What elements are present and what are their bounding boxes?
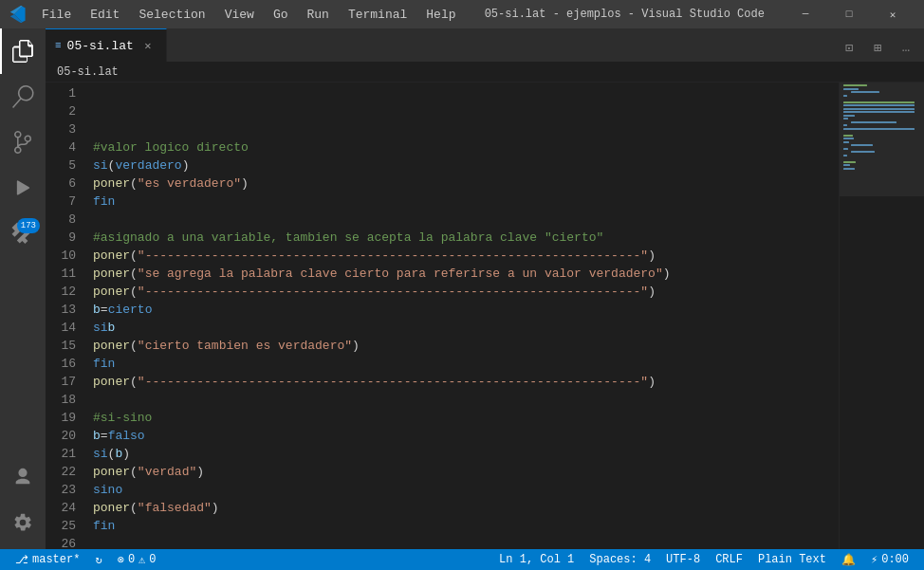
spaces-status[interactable]: Spaces: 4 xyxy=(582,549,658,570)
activity-bar: 173 xyxy=(0,28,46,549)
code-line: poner("falsedad") xyxy=(93,499,839,517)
menu-run[interactable]: Run xyxy=(297,0,338,28)
menu-file[interactable]: File xyxy=(32,0,81,28)
code-line: fin xyxy=(93,517,839,535)
line-number: 21 xyxy=(46,445,83,463)
editor-area: ≡ 05-si.lat ✕ ⊡ ⊞ … 05-si.lat 1234567891… xyxy=(46,28,924,549)
menu-view[interactable]: View xyxy=(215,0,264,28)
vscode-logo xyxy=(9,6,27,23)
minimap-line xyxy=(843,128,920,132)
remote-status[interactable]: ⚡ 0:00 xyxy=(863,549,916,570)
accounts-activity-icon[interactable] xyxy=(0,454,46,500)
warnings-icon: ⚠ xyxy=(139,553,145,567)
spaces-text: Spaces: 4 xyxy=(589,553,651,566)
code-line: poner("---------------------------------… xyxy=(93,373,839,391)
breadcrumb-file[interactable]: 05-si.lat xyxy=(57,65,119,79)
line-number: 9 xyxy=(46,229,83,247)
line-number: 11 xyxy=(46,265,83,283)
notifications-status[interactable]: 🔔 xyxy=(834,549,863,570)
code-line: poner("verdad") xyxy=(93,463,839,481)
line-number: 1 xyxy=(46,84,83,102)
extensions-activity-icon[interactable]: 173 xyxy=(0,211,46,256)
code-line: si b xyxy=(93,319,839,337)
layout-button[interactable]: ⊞ xyxy=(863,33,892,62)
split-editor-button[interactable]: ⊡ xyxy=(835,33,863,62)
errors-status[interactable]: ⊗ 0 ⚠ 0 xyxy=(110,549,164,570)
run-activity-icon[interactable] xyxy=(0,165,46,211)
code-line xyxy=(93,391,839,409)
language-text: Plain Text xyxy=(758,553,826,566)
minimap-line xyxy=(843,104,920,108)
code-line: si(verdadero) xyxy=(93,156,839,175)
tab-bar: ≡ 05-si.lat ✕ ⊡ ⊞ … xyxy=(46,28,924,62)
sync-icon: ↻ xyxy=(95,553,102,567)
line-numbers: 1234567891011121314151617181920212223242… xyxy=(46,83,93,549)
window-title: 05-si.lat - ejemplos - Visual Studio Cod… xyxy=(466,8,784,21)
code-content[interactable]: #valor logico directosi(verdadero) poner… xyxy=(93,83,839,549)
tab-close-button[interactable]: ✕ xyxy=(139,37,157,54)
code-line: poner("se agrega la palabra clave cierto… xyxy=(93,265,839,283)
code-editor[interactable]: 1234567891011121314151617181920212223242… xyxy=(46,83,924,549)
line-ending-status[interactable]: CRLF xyxy=(708,549,750,570)
settings-activity-icon[interactable] xyxy=(0,500,46,545)
line-number: 10 xyxy=(46,247,83,265)
tab-label: 05-si.lat xyxy=(67,39,134,53)
encoding-text: UTF-8 xyxy=(666,553,700,566)
line-number: 13 xyxy=(46,301,83,319)
search-activity-icon[interactable] xyxy=(0,74,46,120)
position-status[interactable]: Ln 1, Col 1 xyxy=(491,549,582,570)
line-number: 25 xyxy=(46,517,83,535)
code-line: poner("---------------------------------… xyxy=(93,247,839,265)
line-number: 3 xyxy=(46,120,83,138)
errors-icon: ⊗ xyxy=(118,553,124,567)
line-number: 14 xyxy=(46,319,83,337)
code-line xyxy=(93,535,839,549)
line-ending-text: CRLF xyxy=(715,553,743,566)
code-line: poner("cierto tambien es verdadero") xyxy=(93,337,839,355)
code-line: #asignado a una variable, tambien se ace… xyxy=(93,229,839,247)
line-number: 19 xyxy=(46,409,83,427)
menu-terminal[interactable]: Terminal xyxy=(339,0,416,28)
minimap-content xyxy=(840,83,924,173)
menu-edit[interactable]: Edit xyxy=(81,0,129,28)
explorer-activity-icon[interactable] xyxy=(0,28,46,74)
line-number: 24 xyxy=(46,499,83,517)
branch-status[interactable]: ⎇ master* xyxy=(8,549,87,570)
source-control-activity-icon[interactable] xyxy=(0,120,46,165)
line-number: 23 xyxy=(46,481,83,499)
remote-time: 0:00 xyxy=(881,553,909,566)
sync-status[interactable]: ↻ xyxy=(87,549,109,570)
line-number: 7 xyxy=(46,193,83,211)
code-line: fin xyxy=(93,355,839,373)
branch-name: master* xyxy=(32,553,80,566)
minimap[interactable] xyxy=(839,83,924,549)
menu-selection[interactable]: Selection xyxy=(129,0,214,28)
menu-bar: File Edit Selection View Go Run Terminal… xyxy=(9,0,466,28)
title-bar: File Edit Selection View Go Run Terminal… xyxy=(0,0,924,28)
close-button[interactable]: ✕ xyxy=(871,0,915,28)
code-line xyxy=(93,211,839,229)
line-number: 6 xyxy=(46,175,83,193)
bell-icon: 🔔 xyxy=(841,553,856,567)
minimize-button[interactable]: ─ xyxy=(784,0,827,28)
more-actions-button[interactable]: … xyxy=(892,33,920,62)
encoding-status[interactable]: UTF-8 xyxy=(658,549,708,570)
remote-text: ⚡ xyxy=(871,553,878,567)
minimap-line xyxy=(843,111,920,115)
editor-container: ≡ 05-si.lat ✕ ⊡ ⊞ … 05-si.lat 1234567891… xyxy=(46,28,924,549)
menu-help[interactable]: Help xyxy=(416,0,465,28)
tab-05-si-lat[interactable]: ≡ 05-si.lat ✕ xyxy=(46,28,167,62)
line-number: 2 xyxy=(46,102,83,120)
line-number: 26 xyxy=(46,535,83,549)
window-controls: ─ □ ✕ xyxy=(784,0,915,28)
menu-go[interactable]: Go xyxy=(264,0,298,28)
line-number: 22 xyxy=(46,463,83,481)
code-line: si(b) xyxy=(93,445,839,463)
code-line: b = falso xyxy=(93,427,839,445)
status-bar: ⎇ master* ↻ ⊗ 0 ⚠ 0 Ln 1, Col 1 Spaces: … xyxy=(0,549,924,570)
maximize-button[interactable]: □ xyxy=(827,0,871,28)
minimap-line xyxy=(843,168,920,172)
code-line: b = cierto xyxy=(93,301,839,319)
language-status[interactable]: Plain Text xyxy=(750,549,834,570)
extensions-badge: 173 xyxy=(17,218,40,233)
